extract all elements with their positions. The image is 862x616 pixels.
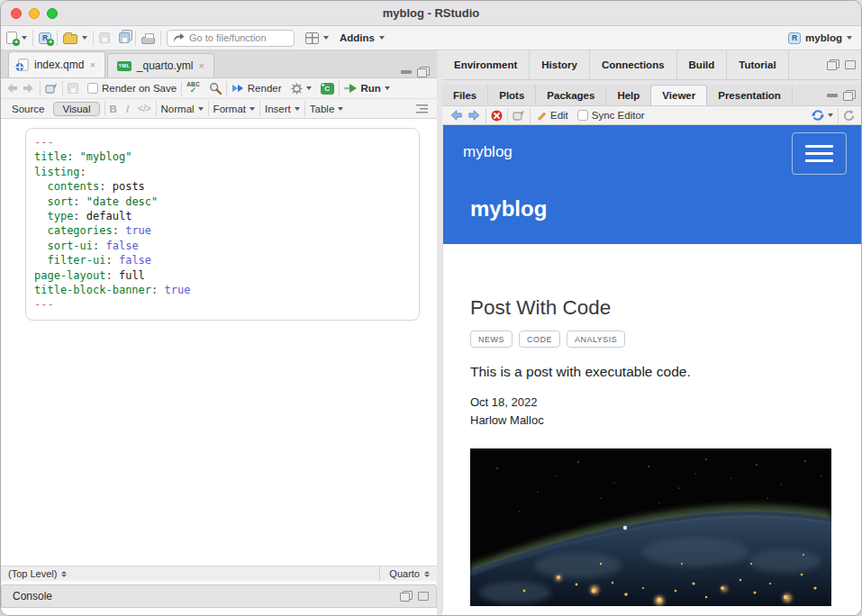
viewer-content: myblog myblog Post With Code NEWS CODE A… [442,125,862,611]
spellcheck-icon: ABC✓ [186,82,200,95]
viewer-forward-button[interactable] [467,109,485,122]
tag-news[interactable]: NEWS [470,331,513,348]
tab-index-qmd[interactable]: index.qmd × [8,51,105,77]
save-button[interactable] [63,83,83,94]
rstudio-window: myblog - RStudio + R+ [0,0,862,616]
tab-connections[interactable]: Connections [590,50,677,79]
restore-pane-icon[interactable] [827,59,839,70]
find-button[interactable] [204,82,226,95]
search-icon [209,82,222,95]
save-all-button[interactable] [115,32,135,43]
hamburger-icon [805,145,833,148]
render-on-save-toggle[interactable]: Render on Save [83,83,181,94]
tab-build[interactable]: Build [677,50,728,79]
render-on-save-checkbox[interactable] [87,83,98,94]
new-file-button[interactable]: + [1,32,32,44]
tag-code[interactable]: CODE [519,331,560,348]
render-button[interactable]: Render [227,83,286,94]
print-icon [141,37,155,44]
pane-layout-button[interactable] [300,32,334,44]
insert-chunk-button[interactable]: +C [316,83,339,95]
render-options-button[interactable] [286,83,316,95]
close-tab-icon[interactable]: × [89,60,95,70]
viewer-edit-button[interactable]: Edit [531,110,573,122]
editor-content[interactable]: ---title: "myblog"listing: contents: pos… [1,119,437,566]
maximize-pane-icon[interactable] [418,592,429,601]
console-content[interactable] [1,608,437,616]
tab-help[interactable]: Help [606,85,651,105]
maximize-pane-icon[interactable] [845,60,856,69]
viewer-popout-button[interactable] [508,110,530,121]
viewer-refresh-button[interactable] [839,110,862,122]
tab-viewer[interactable]: Viewer [650,85,707,105]
format-dropdown[interactable]: Format [209,104,259,114]
viewer-pane-tabbar: Files Plots Packages Help Viewer Present… [442,85,862,106]
yaml-front-matter-block[interactable]: ---title: "myblog"listing: contents: pos… [25,128,420,321]
bold-button[interactable]: B [105,104,122,114]
tab-files[interactable]: Files [442,85,488,105]
code-line: listing: [34,165,410,179]
spellcheck-button[interactable]: ABC✓ [182,82,204,95]
popout-button[interactable] [41,83,62,94]
render-options-caret-icon [306,86,312,90]
outline-toggle-button[interactable] [412,104,437,113]
tab-plots[interactable]: Plots [488,85,536,105]
minimize-pane-icon[interactable] [401,70,412,74]
addins-caret-icon [379,36,385,40]
tag-analysis[interactable]: ANALYSIS [567,331,625,348]
nav-forward-button[interactable] [23,82,40,95]
run-button[interactable]: Run [340,83,395,94]
italic-button[interactable]: I [122,104,133,114]
popout-icon [513,110,525,121]
code-line: filter-ui: false [34,253,410,267]
blog-navbar-title[interactable]: myblog [463,143,513,161]
save-button-main[interactable] [94,32,115,43]
post-title[interactable]: Post With Code [470,296,862,320]
restore-pane-icon[interactable] [400,591,413,602]
print-button[interactable] [136,32,160,44]
code-line: contents: posts [34,179,410,194]
paragraph-style-dropdown[interactable]: Normal [157,104,208,114]
restore-pane-icon[interactable] [417,67,430,77]
code-button[interactable]: </> [133,104,155,113]
scope-updown-icon [61,571,67,577]
goto-file-input[interactable] [189,32,288,43]
nav-back-button[interactable] [1,82,23,95]
format-updown-icon [424,571,430,577]
save-icon [99,32,110,43]
code-editor: ---title: "myblog"listing: contents: pos… [34,135,410,313]
project-dropdown[interactable]: R myblog [783,32,861,44]
blog-title-banner: myblog [443,181,862,244]
minimize-pane-icon[interactable] [827,94,838,97]
insert-dropdown[interactable]: Insert [260,104,304,114]
tab-packages[interactable]: Packages [536,85,606,105]
file-format-selector[interactable]: Quarto [379,566,437,581]
viewer-sync-button[interactable] [807,109,838,122]
console-pane-header[interactable]: Console [1,584,437,608]
tab-history[interactable]: History [530,50,590,79]
addins-dropdown[interactable]: Addins [334,32,390,43]
close-tab-icon[interactable]: × [199,61,204,71]
visual-mode-button[interactable]: Visual [49,102,104,116]
sync-editor-toggle[interactable]: Sync Editor [573,110,649,121]
viewer-back-button[interactable] [442,109,467,122]
sync-editor-checkbox[interactable] [577,110,588,121]
scope-selector[interactable]: (Top Level) [1,568,379,579]
new-project-icon: R+ [39,32,51,44]
code-line: type: default [34,209,410,223]
tab-environment[interactable]: Environment [442,50,530,79]
source-mode-button[interactable]: Source [1,104,49,114]
menu-toggle-button[interactable] [792,132,847,175]
tab-presentation[interactable]: Presentation [707,85,793,105]
tab-tutorial[interactable]: Tutorial [727,50,788,79]
open-file-button[interactable] [58,32,93,44]
restore-pane-icon[interactable] [843,90,856,101]
visual-editor-toolbar: Source Visual B I </> Normal Format Inse… [1,99,437,119]
tab-quarto-yml[interactable]: YML _quarto.yml × [107,53,214,77]
table-dropdown[interactable]: Table [305,104,349,114]
viewer-stop-button[interactable] [486,110,507,122]
environment-pane-tabbar: Environment History Connections Build Tu… [442,50,862,80]
earth-night-image [470,448,831,606]
post-listing-item: Post With Code NEWS CODE ANALYSIS This i… [443,296,862,610]
new-project-button[interactable]: R+ [33,32,57,44]
